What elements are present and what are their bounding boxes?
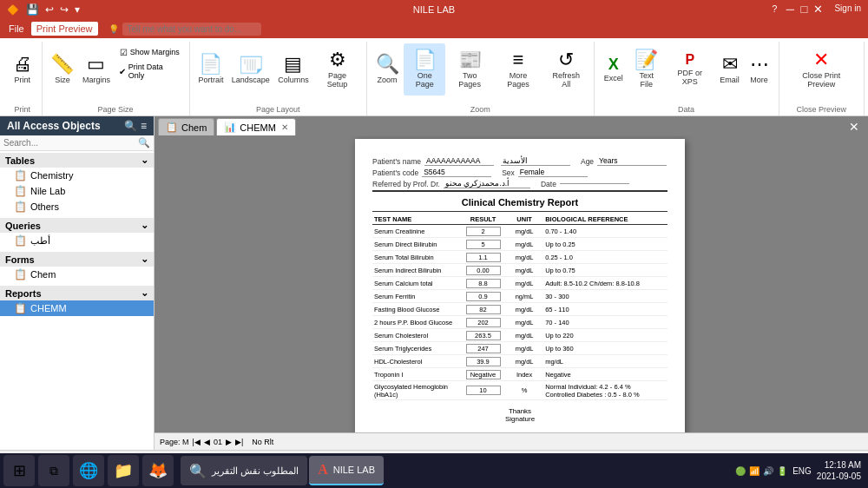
result-cell: 8.8 <box>461 277 505 290</box>
edge-browser-icon[interactable]: 🌐 <box>73 455 104 486</box>
page-setup-button[interactable]: ⚙ Page Setup <box>313 43 360 96</box>
system-clock: 12:18 AM 2021-09-05 <box>817 459 861 482</box>
print-icon: 🖨 <box>13 55 32 74</box>
thanks-section: Thanks Signature <box>372 407 667 423</box>
more-button[interactable]: ⋯ More <box>746 43 773 96</box>
unit-cell: mg/dL <box>505 342 543 355</box>
print-button[interactable]: 🖨 Print <box>9 43 36 96</box>
sidebar-menu-icon[interactable]: ≡ <box>141 120 147 132</box>
text-file-button[interactable]: 📝 Text File <box>629 43 664 96</box>
sign-in-link[interactable]: Sign in <box>834 3 861 16</box>
window-controls: ? ─ □ ✕ Sign in <box>766 3 861 16</box>
queries-section-header[interactable]: Queries ⌄ <box>0 218 154 233</box>
sidebar-search-toggle-icon[interactable]: 🔍 <box>124 120 137 132</box>
tab-chemm[interactable]: 📊 CHEMM ✕ <box>216 118 296 135</box>
task-view-button[interactable]: ⧉ <box>38 455 69 486</box>
page-first-icon[interactable]: |◀ <box>193 438 201 446</box>
tell-me-input[interactable] <box>122 23 261 36</box>
maximize-button[interactable]: □ <box>798 3 810 16</box>
table-row: Serum Direct Bilirubin 5 mg/dL Up to 0.2… <box>372 238 667 251</box>
help-button[interactable]: ? <box>766 3 782 16</box>
reference-cell: Up to 220 <box>543 329 667 342</box>
test-name-cell: Serum Creatinine <box>372 225 461 238</box>
sidebar-search[interactable]: 🔍 <box>0 135 154 151</box>
patient-code-value: S5645 <box>422 168 491 177</box>
close-button[interactable]: ✕ <box>812 3 824 16</box>
page-navigation-bar: Page: M |◀ ◀ 01 ▶ ▶| No Rlt <box>155 432 868 450</box>
result-value: 39.9 <box>466 357 501 366</box>
reference-cell: Up to 0.75 <box>543 264 667 277</box>
taskbar-right: 🟢 📶 🔊 🔋 ENG 12:18 AM 2021-09-05 <box>735 459 861 482</box>
size-button[interactable]: 📏 Size <box>48 43 78 96</box>
quick-more-icon[interactable]: ▾ <box>73 2 82 17</box>
tab-chem[interactable]: 📋 Chem <box>158 118 214 135</box>
landscape-button[interactable]: 📄 Landscape <box>228 43 273 96</box>
taskbar-app-nile-lab[interactable]: A NILE LAB <box>309 456 384 485</box>
tray-language: ENG <box>792 466 812 476</box>
pdf-button[interactable]: P PDF or XPS <box>666 43 713 96</box>
file-explorer-icon[interactable]: 📁 <box>108 455 139 486</box>
page-prefix: Page: M <box>160 438 189 446</box>
report-chemm-label: CHEMM <box>30 303 67 313</box>
result-value: 247 <box>466 344 501 353</box>
tables-section-header[interactable]: Tables ⌄ <box>0 153 154 168</box>
unit-cell: mg/dL <box>505 277 543 290</box>
email-button[interactable]: ✉ Email <box>716 43 744 96</box>
print-data-only-button[interactable]: ✔ Print Data Only <box>115 63 184 80</box>
taskbar-app-arabic[interactable]: 🔍 المطلوب نقش التقرير <box>181 456 307 485</box>
tab-chemm-close[interactable]: ✕ <box>281 122 288 132</box>
patient-name-value: AAAAAAAAAAA <box>424 156 494 166</box>
minimize-button[interactable]: ─ <box>784 3 796 16</box>
report-wrapper: Patient's name AAAAAAAAAAA الأسدية Age Y… <box>155 135 868 432</box>
close-preview-icon: ✕ <box>813 50 829 69</box>
show-margins-button[interactable]: ☑ Show Margins <box>115 43 184 61</box>
page-layout-buttons: 📄 Portrait 📄 Landscape ▤ Columns ⚙ Page … <box>195 43 361 114</box>
zoom-icon: 🔍 <box>376 55 399 74</box>
close-print-preview-button[interactable]: ✕ Close Print Preview <box>785 43 858 96</box>
quick-undo-icon[interactable]: ↩ <box>43 2 56 17</box>
margins-button[interactable]: ▭ Margins <box>79 43 114 96</box>
date-label: Date <box>541 180 556 188</box>
two-pages-button[interactable]: 📰 Two Pages <box>447 43 492 96</box>
size-icon: 📏 <box>50 55 74 74</box>
page-next-icon[interactable]: ▶ <box>226 438 232 446</box>
sidebar-section-forms: Forms ⌄ 📋 Chem <box>0 250 154 284</box>
menu-file[interactable]: File <box>3 22 30 36</box>
zoom-button[interactable]: 🔍 Zoom <box>372 43 403 96</box>
firefox-icon[interactable]: 🦊 <box>142 455 174 486</box>
result-cell: 247 <box>461 342 505 355</box>
sidebar-section-reports: Reports ⌄ 📋 CHEMM <box>0 284 154 318</box>
quick-save-icon[interactable]: 💾 <box>24 2 41 17</box>
page-prev-icon[interactable]: ◀ <box>204 438 210 446</box>
reports-section-header[interactable]: Reports ⌄ <box>0 286 154 300</box>
result-cell: 2 <box>461 225 505 238</box>
result-cell: 263.5 <box>461 329 505 342</box>
sidebar-item-others[interactable]: 📋 Others <box>0 199 154 214</box>
result-value: 263.5 <box>466 331 501 340</box>
ribbon-group-page-size: 📏 Size ▭ Margins ☑ Show Margins ✔ Print … <box>43 42 190 115</box>
refresh-all-button[interactable]: ↺ Refresh All <box>544 43 589 96</box>
sidebar-item-query-atab[interactable]: 📋 أطب <box>0 233 154 248</box>
menu-print-preview[interactable]: Print Preview <box>31 22 98 36</box>
tray-volume-icon: 🔊 <box>763 466 773 476</box>
excel-button[interactable]: X Excel <box>600 43 628 96</box>
one-page-button[interactable]: 📄 One Page <box>404 43 445 96</box>
quick-redo-icon[interactable]: ↪ <box>58 2 70 17</box>
page-last-icon[interactable]: ▶| <box>235 438 243 446</box>
more-pages-button[interactable]: ≡ More Pages <box>494 43 542 96</box>
sidebar-item-chemistry[interactable]: 📋 Chemistry <box>0 168 154 183</box>
tray-network-icon: 📶 <box>749 466 760 476</box>
close-all-tabs-button[interactable]: ✕ <box>844 118 865 135</box>
sidebar-item-nile-lab[interactable]: 📋 Nile Lab <box>0 183 154 199</box>
report-table: TEST NAME RESULT UNIT BIOLOGICAL REFEREN… <box>372 214 667 400</box>
portrait-button[interactable]: 📄 Portrait <box>195 43 227 96</box>
result-cell: 1.1 <box>461 251 505 264</box>
start-button[interactable]: ⊞ <box>3 455 35 486</box>
sidebar-item-form-chem[interactable]: 📋 Chem <box>0 267 154 282</box>
table-row: Serum Triglycerides 247 mg/dL Up to 360 <box>372 342 667 355</box>
columns-button[interactable]: ▤ Columns <box>275 43 312 96</box>
ribbon-group-page-layout: 📄 Portrait 📄 Landscape ▤ Columns ⚙ Page … <box>190 42 367 115</box>
sidebar-search-input[interactable] <box>3 138 138 148</box>
forms-section-header[interactable]: Forms ⌄ <box>0 252 154 267</box>
sidebar-item-report-chemm[interactable]: 📋 CHEMM <box>0 300 154 316</box>
